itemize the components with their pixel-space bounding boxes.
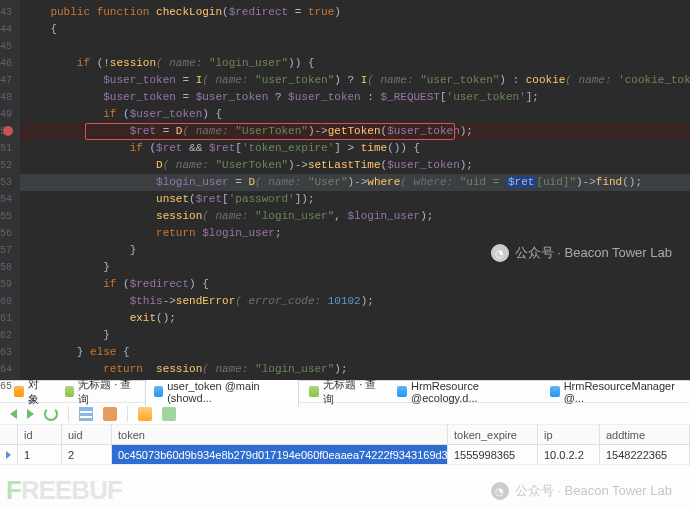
watermark: ◔ 公众号 · Beacon Tower Lab <box>491 244 672 262</box>
line-number: 43 <box>0 4 20 21</box>
column-header-ip[interactable]: ip <box>538 425 599 445</box>
wechat-icon: ◔ <box>491 244 509 262</box>
line-number: 63 <box>0 344 20 361</box>
line-number: 60 <box>0 293 20 310</box>
cell-uid[interactable]: 2 <box>62 445 111 465</box>
line-number: 52 <box>0 157 20 174</box>
line-number: 44 <box>0 21 20 38</box>
cell-id[interactable]: 1 <box>18 445 61 465</box>
code-editor: 43 44 45 46 47 48 49 50 51 52 53 54 55 5… <box>0 0 690 380</box>
line-number-breakpoint[interactable]: 50 <box>0 123 20 140</box>
line-number: 58 <box>0 259 20 276</box>
grid-view-button[interactable] <box>79 407 93 421</box>
chart-button[interactable] <box>138 407 152 421</box>
current-row-icon <box>6 451 11 459</box>
line-number: 56 <box>0 225 20 242</box>
line-number: 47 <box>0 72 20 89</box>
line-number: 48 <box>0 89 20 106</box>
cell-token[interactable]: 0c45073b60d9b934e8b279d017194e060f0eaaea… <box>112 445 447 465</box>
line-number: 45 <box>0 38 20 55</box>
gutter: 43 44 45 46 47 48 49 50 51 52 53 54 55 5… <box>0 0 20 380</box>
refresh-button[interactable] <box>44 407 58 421</box>
last-record-button[interactable] <box>27 409 34 419</box>
line-number: 54 <box>0 191 20 208</box>
column-header-addtime[interactable]: addtime <box>600 425 689 445</box>
line-number: 61 <box>0 310 20 327</box>
column-header-id[interactable]: id <box>18 425 61 445</box>
line-number: 64 <box>0 361 20 378</box>
column-header-token[interactable]: token <box>112 425 447 445</box>
watermark: ◔ 公众号 · Beacon Tower Lab <box>491 482 672 500</box>
cell-token-expire[interactable]: 1555998365 <box>448 445 537 465</box>
line-number: 59 <box>0 276 20 293</box>
line-number: 49 <box>0 106 20 123</box>
line-number: 62 <box>0 327 20 344</box>
data-grid[interactable]: id 1 uid 2 token 0c45073b60d9b934e8b279d… <box>0 425 690 465</box>
line-number: 51 <box>0 140 20 157</box>
wechat-icon: ◔ <box>491 482 509 500</box>
freebuf-watermark: FREEBUF <box>6 475 122 506</box>
cell-ip[interactable]: 10.0.2.2 <box>538 445 599 465</box>
first-record-button[interactable] <box>10 409 17 419</box>
separator <box>127 406 128 422</box>
line-number: 65 <box>0 378 20 395</box>
cell-addtime[interactable]: 1548222365 <box>600 445 689 465</box>
column-header-token-expire[interactable]: token_expire <box>448 425 537 445</box>
row-handle[interactable] <box>0 445 17 465</box>
line-number: 57 <box>0 242 20 259</box>
export-button[interactable] <box>162 407 176 421</box>
row-handle-header <box>0 425 17 445</box>
column-header-uid[interactable]: uid <box>62 425 111 445</box>
code-area[interactable]: public function checkLogin($redirect = t… <box>20 0 690 380</box>
line-number: 55 <box>0 208 20 225</box>
line-number: 53 <box>0 174 20 191</box>
form-view-button[interactable] <box>103 407 117 421</box>
line-number: 46 <box>0 55 20 72</box>
separator <box>68 406 69 422</box>
